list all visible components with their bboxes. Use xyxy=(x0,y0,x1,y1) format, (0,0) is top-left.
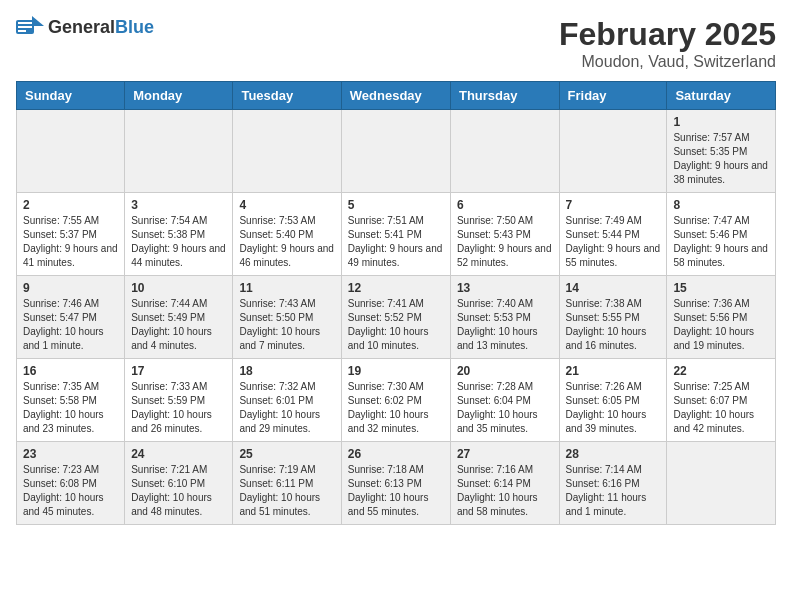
day-info: Sunrise: 7:51 AM Sunset: 5:41 PM Dayligh… xyxy=(348,214,444,270)
weekday-header-saturday: Saturday xyxy=(667,82,776,110)
day-number: 7 xyxy=(566,198,661,212)
day-number: 26 xyxy=(348,447,444,461)
calendar-cell: 9Sunrise: 7:46 AM Sunset: 5:47 PM Daylig… xyxy=(17,276,125,359)
calendar-cell: 2Sunrise: 7:55 AM Sunset: 5:37 PM Daylig… xyxy=(17,193,125,276)
day-number: 13 xyxy=(457,281,553,295)
calendar-cell: 23Sunrise: 7:23 AM Sunset: 6:08 PM Dayli… xyxy=(17,442,125,525)
calendar-table: SundayMondayTuesdayWednesdayThursdayFrid… xyxy=(16,81,776,525)
calendar-cell: 4Sunrise: 7:53 AM Sunset: 5:40 PM Daylig… xyxy=(233,193,341,276)
day-info: Sunrise: 7:50 AM Sunset: 5:43 PM Dayligh… xyxy=(457,214,553,270)
weekday-header-tuesday: Tuesday xyxy=(233,82,341,110)
day-info: Sunrise: 7:41 AM Sunset: 5:52 PM Dayligh… xyxy=(348,297,444,353)
calendar-cell xyxy=(341,110,450,193)
day-info: Sunrise: 7:14 AM Sunset: 6:16 PM Dayligh… xyxy=(566,463,661,519)
day-number: 9 xyxy=(23,281,118,295)
day-info: Sunrise: 7:26 AM Sunset: 6:05 PM Dayligh… xyxy=(566,380,661,436)
day-info: Sunrise: 7:16 AM Sunset: 6:14 PM Dayligh… xyxy=(457,463,553,519)
day-number: 19 xyxy=(348,364,444,378)
logo-text-blue: Blue xyxy=(115,17,154,37)
day-number: 17 xyxy=(131,364,226,378)
day-number: 21 xyxy=(566,364,661,378)
weekday-header-wednesday: Wednesday xyxy=(341,82,450,110)
day-info: Sunrise: 7:18 AM Sunset: 6:13 PM Dayligh… xyxy=(348,463,444,519)
weekday-header-friday: Friday xyxy=(559,82,667,110)
day-info: Sunrise: 7:47 AM Sunset: 5:46 PM Dayligh… xyxy=(673,214,769,270)
day-number: 14 xyxy=(566,281,661,295)
day-info: Sunrise: 7:40 AM Sunset: 5:53 PM Dayligh… xyxy=(457,297,553,353)
calendar-cell: 19Sunrise: 7:30 AM Sunset: 6:02 PM Dayli… xyxy=(341,359,450,442)
calendar-week-row: 9Sunrise: 7:46 AM Sunset: 5:47 PM Daylig… xyxy=(17,276,776,359)
day-info: Sunrise: 7:35 AM Sunset: 5:58 PM Dayligh… xyxy=(23,380,118,436)
calendar-cell: 10Sunrise: 7:44 AM Sunset: 5:49 PM Dayli… xyxy=(125,276,233,359)
day-info: Sunrise: 7:57 AM Sunset: 5:35 PM Dayligh… xyxy=(673,131,769,187)
calendar-week-row: 2Sunrise: 7:55 AM Sunset: 5:37 PM Daylig… xyxy=(17,193,776,276)
day-number: 24 xyxy=(131,447,226,461)
calendar-cell: 28Sunrise: 7:14 AM Sunset: 6:16 PM Dayli… xyxy=(559,442,667,525)
day-info: Sunrise: 7:53 AM Sunset: 5:40 PM Dayligh… xyxy=(239,214,334,270)
calendar-cell: 1Sunrise: 7:57 AM Sunset: 5:35 PM Daylig… xyxy=(667,110,776,193)
calendar-cell: 15Sunrise: 7:36 AM Sunset: 5:56 PM Dayli… xyxy=(667,276,776,359)
calendar-cell xyxy=(125,110,233,193)
day-number: 20 xyxy=(457,364,553,378)
day-number: 18 xyxy=(239,364,334,378)
day-info: Sunrise: 7:30 AM Sunset: 6:02 PM Dayligh… xyxy=(348,380,444,436)
calendar-week-row: 16Sunrise: 7:35 AM Sunset: 5:58 PM Dayli… xyxy=(17,359,776,442)
weekday-header-monday: Monday xyxy=(125,82,233,110)
day-number: 11 xyxy=(239,281,334,295)
day-number: 5 xyxy=(348,198,444,212)
day-number: 6 xyxy=(457,198,553,212)
day-info: Sunrise: 7:28 AM Sunset: 6:04 PM Dayligh… xyxy=(457,380,553,436)
title-area: February 2025 Moudon, Vaud, Switzerland xyxy=(559,16,776,71)
month-title: February 2025 xyxy=(559,16,776,53)
day-number: 3 xyxy=(131,198,226,212)
day-number: 16 xyxy=(23,364,118,378)
day-info: Sunrise: 7:21 AM Sunset: 6:10 PM Dayligh… xyxy=(131,463,226,519)
day-info: Sunrise: 7:43 AM Sunset: 5:50 PM Dayligh… xyxy=(239,297,334,353)
day-info: Sunrise: 7:38 AM Sunset: 5:55 PM Dayligh… xyxy=(566,297,661,353)
header: GeneralBlue February 2025 Moudon, Vaud, … xyxy=(16,16,776,71)
day-info: Sunrise: 7:32 AM Sunset: 6:01 PM Dayligh… xyxy=(239,380,334,436)
day-info: Sunrise: 7:44 AM Sunset: 5:49 PM Dayligh… xyxy=(131,297,226,353)
day-info: Sunrise: 7:36 AM Sunset: 5:56 PM Dayligh… xyxy=(673,297,769,353)
day-number: 1 xyxy=(673,115,769,129)
day-info: Sunrise: 7:33 AM Sunset: 5:59 PM Dayligh… xyxy=(131,380,226,436)
calendar-header-row: SundayMondayTuesdayWednesdayThursdayFrid… xyxy=(17,82,776,110)
weekday-header-sunday: Sunday xyxy=(17,82,125,110)
day-number: 15 xyxy=(673,281,769,295)
day-info: Sunrise: 7:23 AM Sunset: 6:08 PM Dayligh… xyxy=(23,463,118,519)
calendar-cell: 6Sunrise: 7:50 AM Sunset: 5:43 PM Daylig… xyxy=(450,193,559,276)
day-info: Sunrise: 7:55 AM Sunset: 5:37 PM Dayligh… xyxy=(23,214,118,270)
day-number: 28 xyxy=(566,447,661,461)
calendar-cell: 12Sunrise: 7:41 AM Sunset: 5:52 PM Dayli… xyxy=(341,276,450,359)
calendar-cell: 26Sunrise: 7:18 AM Sunset: 6:13 PM Dayli… xyxy=(341,442,450,525)
calendar-cell: 3Sunrise: 7:54 AM Sunset: 5:38 PM Daylig… xyxy=(125,193,233,276)
calendar-cell xyxy=(233,110,341,193)
calendar-cell: 25Sunrise: 7:19 AM Sunset: 6:11 PM Dayli… xyxy=(233,442,341,525)
day-info: Sunrise: 7:46 AM Sunset: 5:47 PM Dayligh… xyxy=(23,297,118,353)
calendar-cell: 11Sunrise: 7:43 AM Sunset: 5:50 PM Dayli… xyxy=(233,276,341,359)
location-title: Moudon, Vaud, Switzerland xyxy=(559,53,776,71)
calendar-cell: 16Sunrise: 7:35 AM Sunset: 5:58 PM Dayli… xyxy=(17,359,125,442)
weekday-header-thursday: Thursday xyxy=(450,82,559,110)
day-number: 2 xyxy=(23,198,118,212)
logo-text-general: General xyxy=(48,17,115,37)
svg-rect-2 xyxy=(18,22,32,24)
calendar-cell: 17Sunrise: 7:33 AM Sunset: 5:59 PM Dayli… xyxy=(125,359,233,442)
svg-rect-3 xyxy=(18,26,32,28)
logo: GeneralBlue xyxy=(16,16,154,38)
day-number: 8 xyxy=(673,198,769,212)
calendar-cell: 13Sunrise: 7:40 AM Sunset: 5:53 PM Dayli… xyxy=(450,276,559,359)
calendar-week-row: 1Sunrise: 7:57 AM Sunset: 5:35 PM Daylig… xyxy=(17,110,776,193)
calendar-cell xyxy=(667,442,776,525)
day-number: 10 xyxy=(131,281,226,295)
day-info: Sunrise: 7:49 AM Sunset: 5:44 PM Dayligh… xyxy=(566,214,661,270)
calendar-cell: 22Sunrise: 7:25 AM Sunset: 6:07 PM Dayli… xyxy=(667,359,776,442)
day-info: Sunrise: 7:25 AM Sunset: 6:07 PM Dayligh… xyxy=(673,380,769,436)
calendar-cell: 24Sunrise: 7:21 AM Sunset: 6:10 PM Dayli… xyxy=(125,442,233,525)
calendar-cell: 8Sunrise: 7:47 AM Sunset: 5:46 PM Daylig… xyxy=(667,193,776,276)
calendar-cell: 27Sunrise: 7:16 AM Sunset: 6:14 PM Dayli… xyxy=(450,442,559,525)
calendar-cell xyxy=(450,110,559,193)
calendar-cell: 21Sunrise: 7:26 AM Sunset: 6:05 PM Dayli… xyxy=(559,359,667,442)
day-number: 4 xyxy=(239,198,334,212)
svg-rect-4 xyxy=(18,30,26,32)
